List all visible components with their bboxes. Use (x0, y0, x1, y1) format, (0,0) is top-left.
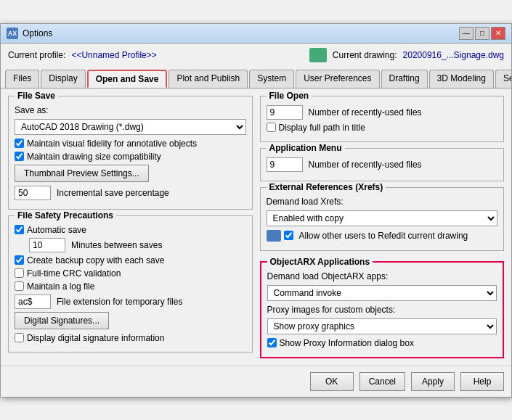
maintain-log-checkbox[interactable] (15, 281, 24, 291)
create-backup-label: Create backup copy with each save (27, 255, 164, 265)
show-proxy-info-label: Show Proxy Information dialog box (280, 338, 414, 348)
external-references-section: External References (Xrefs) Demand load … (260, 187, 505, 251)
tab-system[interactable]: System (249, 70, 294, 88)
minutes-save-row: Minutes between saves (29, 238, 246, 252)
automatic-save-checkbox[interactable] (15, 225, 24, 234)
incremental-save-row: Incremental save percentage (15, 186, 246, 200)
show-proxy-info-row: Show Proxy Information dialog box (267, 338, 497, 348)
file-open-recent-row: Number of recently-used files (267, 105, 498, 120)
display-full-path-checkbox[interactable] (267, 123, 276, 132)
content-area: File Save Save as: AutoCAD 2018 Drawing … (1, 88, 511, 366)
demand-load-arx-select[interactable]: Command invoke Disable load on demand Ob… (267, 285, 497, 301)
maintain-drawing-size-row: Maintain drawing size compatibility (15, 152, 246, 162)
digital-signatures-row: Digital Signatures... (15, 312, 246, 329)
save-as-row: Save as: (15, 105, 246, 115)
file-save-section: File Save Save as: AutoCAD 2018 Drawing … (8, 96, 253, 210)
allow-other-users-checkbox[interactable] (284, 231, 293, 240)
create-backup-row: Create backup copy with each save (15, 255, 246, 265)
demand-load-xrefs-label: Demand load Xrefs: (267, 197, 344, 207)
file-safety-title: File Safety Precautions (15, 210, 116, 221)
minimize-button[interactable]: — (459, 27, 474, 40)
help-button[interactable]: Help (460, 372, 504, 391)
maintain-drawing-size-checkbox[interactable] (15, 152, 24, 161)
minutes-save-label: Minutes between saves (71, 240, 162, 250)
apply-button[interactable]: Apply (411, 372, 455, 391)
proxy-images-select-row: Show proxy graphics Do not show proxy gr… (267, 318, 497, 334)
incremental-save-label: Incremental save percentage (57, 188, 169, 198)
current-profile-value: <<Unnamed Profile>> (71, 50, 156, 60)
digital-signatures-button[interactable]: Digital Signatures... (15, 312, 109, 329)
application-menu-section: Application Menu Number of recently-used… (260, 148, 505, 181)
allow-other-users-label: Allow other users to Refedit current dra… (299, 231, 468, 241)
full-crc-row: Full-time CRC validation (15, 268, 246, 279)
profile-bar: Current profile: <<Unnamed Profile>> Cur… (1, 44, 511, 67)
demand-load-arx-label: Demand load ObjectARX apps: (267, 271, 389, 281)
create-backup-checkbox[interactable] (15, 255, 24, 265)
full-crc-checkbox[interactable] (15, 268, 24, 278)
tab-plot-and-publish[interactable]: Plot and Publish (168, 70, 248, 88)
drawing-section: Current drawing: 20200916_...Signage.dwg (309, 48, 504, 62)
tabs-bar: Files Display Open and Save Plot and Pub… (1, 67, 511, 88)
file-extension-input[interactable] (15, 295, 51, 309)
drawing-icon (309, 48, 327, 62)
tab-drafting[interactable]: Drafting (381, 70, 428, 88)
title-bar-left: AX Options (7, 28, 52, 39)
file-open-recent-label: Number of recently-used files (309, 107, 422, 118)
tab-display[interactable]: Display (41, 70, 85, 88)
maintain-log-label: Maintain a log file (27, 281, 94, 292)
close-button[interactable]: ✕ (491, 27, 505, 40)
window-title: Options (23, 28, 52, 38)
application-menu-content: Number of recently-used files (267, 157, 498, 172)
demand-load-xrefs-select[interactable]: Enabled with copy (267, 210, 498, 226)
display-digital-signature-row: Display digital signature information (15, 333, 246, 343)
save-as-label: Save as: (15, 105, 49, 115)
proxy-images-select[interactable]: Show proxy graphics Do not show proxy gr… (267, 318, 497, 334)
tab-user-preferences[interactable]: User Preferences (296, 70, 379, 88)
tab-files[interactable]: Files (5, 70, 39, 88)
tab-selection[interactable]: Selection (495, 70, 511, 88)
incremental-save-input[interactable] (15, 186, 51, 200)
thumbnail-btn-row: Thumbnail Preview Settings... (15, 165, 246, 182)
maximize-button[interactable]: □ (475, 27, 489, 40)
automatic-save-label: Automatic save (27, 225, 86, 235)
right-panel: File Open Number of recently-used files … (260, 96, 505, 358)
proxy-images-label: Proxy images for custom objects: (267, 305, 396, 315)
tab-3d-modeling[interactable]: 3D Modeling (429, 70, 494, 88)
maintain-visual-fidelity-checkbox[interactable] (15, 139, 24, 148)
app-icon: AX (7, 28, 18, 39)
file-extension-row: File extension for temporary files (15, 295, 246, 309)
title-bar: AX Options — □ ✕ (1, 24, 511, 44)
demand-load-arx-label-row: Demand load ObjectARX apps: (267, 271, 497, 281)
thumbnail-preview-button[interactable]: Thumbnail Preview Settings... (15, 165, 149, 182)
demand-load-arx-select-row: Command invoke Disable load on demand Ob… (267, 285, 497, 301)
cancel-button[interactable]: Cancel (359, 372, 405, 391)
app-menu-recent-row: Number of recently-used files (267, 157, 498, 172)
file-open-title: File Open (267, 91, 312, 101)
minutes-save-input[interactable] (29, 238, 65, 252)
profile-section: Current profile: <<Unnamed Profile>> (8, 50, 157, 60)
file-open-content: Number of recently-used files Display fu… (267, 105, 498, 133)
app-menu-recent-input[interactable] (267, 157, 303, 172)
file-extension-label: File extension for temporary files (57, 297, 182, 307)
display-digital-signature-checkbox[interactable] (15, 333, 24, 342)
maintain-visual-fidelity-row: Maintain visual fidelity for annotative … (15, 139, 246, 149)
file-safety-section: File Safety Precautions Automatic save M… (8, 215, 253, 353)
footer-bar: OK Cancel Apply Help (1, 366, 511, 397)
allow-other-users-row: Allow other users to Refedit current dra… (267, 230, 468, 242)
external-references-content: Demand load Xrefs: Enabled with copy All… (267, 197, 498, 244)
external-references-title: External References (Xrefs) (267, 182, 386, 192)
file-open-recent-input[interactable] (267, 105, 303, 120)
maintain-log-row: Maintain a log file (15, 281, 246, 292)
show-proxy-info-checkbox[interactable] (267, 338, 277, 347)
options-dialog: AX Options — □ ✕ Current profile: <<Unna… (0, 23, 512, 398)
objectarx-content: Demand load ObjectARX apps: Command invo… (267, 271, 497, 348)
proxy-images-label-row: Proxy images for custom objects: (267, 305, 497, 315)
xref-icon (267, 230, 281, 242)
tab-open-and-save[interactable]: Open and Save (87, 70, 168, 88)
display-full-path-row: Display full path in title (267, 123, 498, 133)
file-safety-content: Automatic save Minutes between saves Cre… (15, 225, 246, 343)
current-drawing-value: 20200916_...Signage.dwg (403, 50, 504, 60)
demand-load-xrefs-select-row: Enabled with copy (267, 210, 498, 226)
save-as-select[interactable]: AutoCAD 2018 Drawing (*.dwg) (15, 119, 246, 135)
ok-button[interactable]: OK (310, 372, 354, 391)
